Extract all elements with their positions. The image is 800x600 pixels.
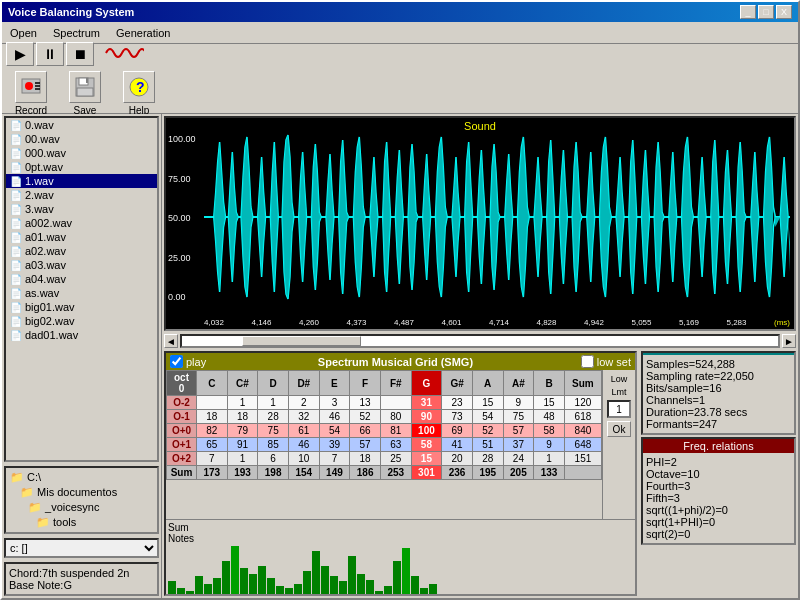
list-item[interactable]: 📄2.wav [6,188,157,202]
scroll-thumb[interactable] [242,336,361,346]
minimize-button[interactable]: _ [740,5,756,19]
drive-selector: c: [] [4,538,159,558]
fourth-line: Fourth=3 [646,480,791,492]
bar [339,581,347,596]
scroll-right-button[interactable]: ► [782,334,796,348]
file-list[interactable]: 📄0.wav 📄00.wav 📄000.wav 📄0pt.wav 📄1.wav … [4,116,159,462]
bar [294,584,302,596]
list-item-selected[interactable]: 📄1.wav [6,174,157,188]
sampling-rate-line: Sampling rate=22,050 [646,370,791,382]
maximize-button[interactable]: □ [758,5,774,19]
record-button[interactable]: Record [6,71,56,116]
menu-generation[interactable]: Generation [108,25,178,41]
help-button[interactable]: ? Help [114,71,164,116]
list-item[interactable]: 📄big01.wav [6,300,157,314]
info-box-title [643,353,794,355]
bar [213,578,221,596]
folder-tree: 📁 C:\ 📁 Mis documentos 📁 _voicesync 📁 to… [4,466,159,534]
scroll-left-button[interactable]: ◄ [164,334,178,348]
low-lmt-label2: Lmt [611,387,626,397]
smg-table-wrapper[interactable]: oct 0 C C# D D# E F F# G [166,370,602,519]
list-item[interactable]: 📄0.wav [6,118,157,132]
sum-notes-label: SumNotes [168,522,633,544]
table-row-sum: Sum 173 193 198 154 149 186 253 301 [167,466,602,480]
folder-tools[interactable]: 📁 tools [8,515,155,530]
bar [267,578,275,596]
folder-c[interactable]: 📁 C:\ [8,470,155,485]
bar [240,568,248,596]
info-panel: Samples=524,288 Sampling rate=22,050 Bit… [641,351,796,596]
g-sum: 301 [411,466,442,480]
list-item[interactable]: 📄a01.wav [6,230,157,244]
sqrt3-line: sqrt(2)=0 [646,528,791,540]
list-item[interactable]: 📄00.wav [6,132,157,146]
bar [366,580,374,596]
note-e-header: E [319,371,350,396]
folder-voicesync[interactable]: 📁 _voicesync [8,500,155,515]
list-item[interactable]: 📄000.wav [6,146,157,160]
lowset-checkbox[interactable] [581,355,594,368]
list-item[interactable]: 📄3.wav [6,202,157,216]
formants-line: Formants=247 [646,418,791,430]
g-val-o0: 100 [411,424,442,438]
play-button[interactable]: ▶ [6,42,34,66]
list-item[interactable]: 📄0pt.wav [6,160,157,174]
drive-dropdown[interactable]: c: [] [4,538,159,558]
oct-o-2: O-2 [167,396,197,410]
note-as-header: A# [503,371,534,396]
window-title: Voice Balancing System [8,6,134,18]
bar [249,574,257,596]
save-button[interactable]: Save [60,71,110,116]
bar [285,588,293,596]
fifth-line: Fifth=3 [646,492,791,504]
note-ds-header: D# [288,371,319,396]
table-row-o1: O+1 65 91 85 46 39 57 63 58 [167,438,602,452]
save-icon [69,71,101,103]
ok-button[interactable]: Ok [607,421,631,437]
low-lmt-input[interactable] [607,400,631,418]
record-icon [15,71,47,103]
smg-title: Spectrum Musical Grid (SMG) [210,356,581,368]
title-bar: Voice Balancing System _ □ X [2,2,798,22]
low-lmt-label: Low [611,374,628,384]
scroll-track[interactable] [180,334,780,348]
main-content: 📄0.wav 📄00.wav 📄000.wav 📄0pt.wav 📄1.wav … [2,114,798,598]
list-item[interactable]: 📄a002.wav [6,216,157,230]
samples-info-box: Samples=524,288 Sampling rate=22,050 Bit… [641,351,796,435]
channels-line: Channels=1 [646,394,791,406]
list-item[interactable]: 📄a02.wav [6,244,157,258]
bar [411,576,419,596]
chord-line2: Base Note:G [9,579,154,591]
bar [429,584,437,596]
bar [384,586,392,596]
list-item[interactable]: 📄a03.wav [6,258,157,272]
waveform-scrollbar: ◄ ► [164,333,796,349]
play-checkbox[interactable] [170,355,183,368]
list-item[interactable]: 📄a04.wav [6,272,157,286]
chord-line1: Chord:7th suspended 2n [9,567,154,579]
menu-open[interactable]: Open [2,25,45,41]
table-row-o2: O+2 7 1 6 10 7 18 25 15 [167,452,602,466]
y-label-25: 25.00 [168,253,196,263]
sum-row-label: Sum [167,466,197,480]
stop-button[interactable]: ⏹ [66,42,94,66]
note-f-header: F [350,371,381,396]
smg-content: oct 0 C C# D D# E F F# G [166,370,635,519]
list-item[interactable]: 📄big02.wav [6,314,157,328]
bar [312,551,320,596]
menu-spectrum[interactable]: Spectrum [45,25,108,41]
close-button[interactable]: X [776,5,792,19]
sidebar: 📄0.wav 📄00.wav 📄000.wav 📄0pt.wav 📄1.wav … [2,114,162,598]
pause-button[interactable]: ⏸ [36,42,64,66]
table-row-o-2: O-2 1 1 2 3 13 31 [167,396,602,410]
bits-line: Bits/sample=16 [646,382,791,394]
list-item[interactable]: 📄as.wav [6,286,157,300]
waveform-title: Sound [166,118,794,132]
y-label-100: 100.00 [168,134,196,144]
list-item[interactable]: 📄dad01.wav [6,328,157,342]
bar [375,591,383,596]
svg-rect-7 [86,78,88,83]
smg-header: play Spectrum Musical Grid (SMG) low set [166,353,635,370]
samples-line: Samples=524,288 [646,358,791,370]
folder-mis-documentos[interactable]: 📁 Mis documentos [8,485,155,500]
